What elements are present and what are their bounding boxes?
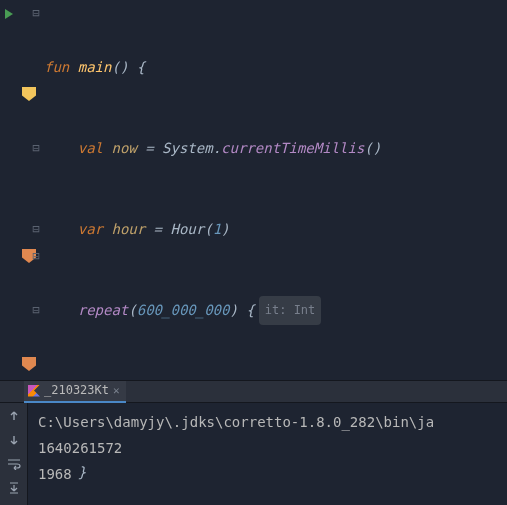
bookmark-marker-icon[interactable] — [22, 87, 36, 101]
run-tab-bar: _210323Kt ✕ — [0, 380, 507, 402]
run-gutter-icon[interactable] — [4, 9, 14, 19]
bookmark-marker-icon[interactable] — [22, 357, 36, 371]
tab-label: _210323Kt — [44, 377, 109, 404]
inlay-hint: it: Int — [259, 296, 322, 325]
fold-close-icon[interactable]: ⊟ — [30, 216, 42, 243]
soft-wrap-icon[interactable] — [5, 455, 23, 473]
kotlin-file-icon — [28, 385, 40, 397]
scroll-to-end-icon[interactable] — [5, 479, 23, 497]
fold-open-icon[interactable]: ⊟ — [30, 0, 42, 27]
arrow-up-icon[interactable] — [5, 407, 23, 425]
code-area[interactable]: fun main() { val now = System.currentTim… — [44, 0, 507, 505]
run-config-tab[interactable]: _210323Kt ✕ — [24, 381, 126, 403]
run-toolbar — [0, 403, 28, 505]
fold-open-icon[interactable]: ⊟ — [30, 243, 42, 270]
fold-close-icon[interactable]: ⊟ — [30, 297, 42, 324]
close-icon[interactable]: ✕ — [113, 377, 120, 404]
fold-close-icon[interactable]: ⊟ — [30, 135, 42, 162]
arrow-down-icon[interactable] — [5, 431, 23, 449]
code-editor[interactable]: ⊟ ⊟ ⊟ ⊟ ⊟ fun main() { val now = System.… — [0, 0, 507, 380]
editor-gutter: ⊟ ⊟ ⊟ ⊟ ⊟ — [0, 0, 44, 380]
